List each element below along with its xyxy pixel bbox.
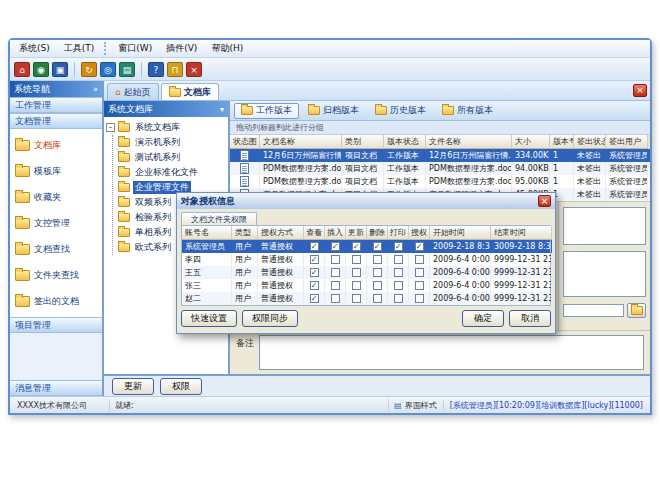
- permission-button[interactable]: 权限: [160, 378, 202, 395]
- checkbox-unchecked[interactable]: [373, 281, 382, 290]
- homepage-icon[interactable]: ◉: [33, 62, 49, 77]
- checkbox-checked[interactable]: ✓: [373, 242, 382, 251]
- style-label[interactable]: 界面样式: [405, 400, 437, 411]
- sidebar-item-文控管理[interactable]: 文控管理: [10, 210, 102, 236]
- checkbox-unchecked[interactable]: [373, 268, 382, 277]
- pin-icon[interactable]: ▾: [220, 105, 224, 114]
- column-header-类别[interactable]: 类别: [342, 135, 384, 149]
- perm-column-header-打印[interactable]: 打印: [388, 226, 409, 240]
- sidebar-group-message[interactable]: 消息管理: [10, 380, 102, 396]
- checkbox-unchecked[interactable]: [352, 255, 361, 264]
- column-header-签出状态[interactable]: 签出状态: [574, 135, 606, 149]
- column-header-文件名称[interactable]: 文件名称: [426, 135, 512, 149]
- checkbox-unchecked[interactable]: [394, 281, 403, 290]
- perm-column-header-查看[interactable]: 查看: [304, 226, 325, 240]
- tree-root-node[interactable]: - 系统文档库: [106, 120, 226, 135]
- permission-row[interactable]: 张三用户普通授权✓2009-6-4 0:00:009999-12-31 23:5…: [182, 279, 550, 292]
- permission-row[interactable]: 系统管理员用户普通授权✓✓✓✓✓✓2009-2-18 8:35:573009-2…: [182, 240, 550, 253]
- perm-column-header-删除[interactable]: 删除: [367, 226, 388, 240]
- version-tab-历史版本[interactable]: 历史版本: [368, 103, 433, 119]
- table-row[interactable]: PDM数据整理方案.doc项目文档工作版本PDM数据整理方案.doc95.00K…: [230, 175, 650, 188]
- checkbox-unchecked[interactable]: [394, 294, 403, 303]
- checkbox-checked[interactable]: ✓: [310, 268, 319, 277]
- perm-column-header-授权方式[interactable]: 授权方式: [258, 226, 304, 240]
- search-icon[interactable]: ◎: [100, 62, 116, 77]
- lock-icon[interactable]: ⊓: [167, 62, 183, 77]
- column-header-版本状态[interactable]: 版本状态: [384, 135, 426, 149]
- browse-folder-button[interactable]: [627, 303, 646, 318]
- checkbox-checked[interactable]: ✓: [310, 255, 319, 264]
- sidebar-group-work[interactable]: 工作管理: [10, 97, 102, 113]
- checkbox-checked[interactable]: ✓: [394, 242, 403, 251]
- checkbox-checked[interactable]: ✓: [352, 242, 361, 251]
- perm-column-header-账号名[interactable]: 账号名: [182, 226, 232, 240]
- sidebar-item-收藏夹[interactable]: 收藏夹: [10, 184, 102, 210]
- tree-node-测试机系列[interactable]: 测试机系列: [118, 150, 226, 165]
- checkbox-unchecked[interactable]: [394, 268, 403, 277]
- menu-item-3[interactable]: 窗口(W): [111, 40, 159, 57]
- version-tab-所有版本[interactable]: 所有版本: [435, 103, 500, 119]
- permission-sync-button[interactable]: 权限同步: [242, 310, 298, 327]
- version-tab-归档版本[interactable]: 归档版本: [301, 103, 366, 119]
- tab-document-library[interactable]: 文档库: [161, 83, 219, 100]
- table-row[interactable]: 12月6日万州隔窗行情项目文档工作版本12月6日万州隔窗行情.xls334.00…: [230, 149, 650, 162]
- permission-row[interactable]: 王五用户普通授权✓2009-6-4 0:00:009999-12-31 23:5…: [182, 266, 550, 279]
- checkbox-checked[interactable]: ✓: [310, 294, 319, 303]
- checkbox-unchecked[interactable]: [415, 255, 424, 264]
- column-header-签出用户[interactable]: 签出用户: [606, 135, 648, 149]
- checkbox-checked[interactable]: ✓: [415, 242, 424, 251]
- menu-item-4[interactable]: 插件(V): [159, 40, 204, 57]
- dialog-title-bar[interactable]: 对象授权信息 ×: [177, 193, 555, 209]
- checkbox-unchecked[interactable]: [415, 294, 424, 303]
- checkbox-checked[interactable]: ✓: [310, 281, 319, 290]
- checkbox-unchecked[interactable]: [352, 294, 361, 303]
- checkbox-unchecked[interactable]: [352, 268, 361, 277]
- column-header-版本号[interactable]: 版本号: [550, 135, 574, 149]
- sidebar-item-签出的文档[interactable]: 签出的文档: [10, 288, 102, 314]
- tree-node-企业标准化文件[interactable]: 企业标准化文件: [118, 165, 226, 180]
- perm-column-header-结束时间[interactable]: 结束时间: [491, 226, 552, 240]
- checkbox-unchecked[interactable]: [373, 255, 382, 264]
- perm-column-header-更新[interactable]: 更新: [346, 226, 367, 240]
- path-input[interactable]: [563, 304, 624, 317]
- checkbox-unchecked[interactable]: [331, 255, 340, 264]
- permission-row[interactable]: 李四用户普通授权✓2009-6-4 0:00:009999-12-31 23:5…: [182, 253, 550, 266]
- close-tab-button[interactable]: ×: [633, 84, 647, 97]
- checkbox-unchecked[interactable]: [415, 281, 424, 290]
- checkbox-unchecked[interactable]: [331, 268, 340, 277]
- tab-start-page[interactable]: ⌂ 起始页: [107, 83, 159, 100]
- update-button[interactable]: 更新: [112, 378, 154, 395]
- dialog-close-button[interactable]: ×: [538, 195, 551, 207]
- checkbox-unchecked[interactable]: [331, 294, 340, 303]
- remark-textarea[interactable]: [259, 335, 644, 370]
- cancel-button[interactable]: 取消: [509, 310, 551, 327]
- menu-item-5[interactable]: 帮助(H): [204, 40, 250, 57]
- sidebar-group-project[interactable]: 项目管理: [10, 317, 102, 333]
- sidebar-item-文档库[interactable]: 文档库: [10, 132, 102, 158]
- system-icon[interactable]: ⌂: [14, 62, 30, 77]
- quick-setup-button[interactable]: 快速设置: [181, 310, 237, 327]
- menu-item-2[interactable]: 工具(T): [57, 40, 102, 57]
- sidebar-item-模板库[interactable]: 模板库: [10, 158, 102, 184]
- column-header-状态图[interactable]: 状态图: [230, 135, 260, 149]
- menu-item-1[interactable]: 系统(S): [12, 40, 57, 57]
- window-manager-icon[interactable]: ▣: [52, 62, 68, 77]
- sidebar-item-文件夹查找[interactable]: 文件夹查找: [10, 262, 102, 288]
- properties-listbox[interactable]: [563, 207, 646, 245]
- column-header-文档名称[interactable]: 文档名称: [260, 135, 342, 149]
- report-icon[interactable]: ▤: [119, 62, 135, 77]
- perm-column-header-插入[interactable]: 插入: [325, 226, 346, 240]
- perm-column-header-授权[interactable]: 授权: [409, 226, 430, 240]
- permission-row[interactable]: 赵二用户普通授权✓2009-6-4 0:00:009999-12-31 23:5…: [182, 292, 550, 305]
- help-icon[interactable]: ?: [148, 62, 164, 77]
- perm-column-header-开始时间[interactable]: 开始时间: [430, 226, 491, 240]
- checkbox-unchecked[interactable]: [415, 268, 424, 277]
- checkbox-checked[interactable]: ✓: [331, 242, 340, 251]
- tree-node-演示机系列[interactable]: 演示机系列: [118, 135, 226, 150]
- checkbox-unchecked[interactable]: [331, 281, 340, 290]
- properties-listbox-2[interactable]: [563, 251, 646, 297]
- chevron-double-icon[interactable]: »: [93, 85, 98, 94]
- table-row[interactable]: PDM数据整理方案.doc项目文档工作版本PDM数据整理方案.doc94.00K…: [230, 162, 650, 175]
- version-tab-工作版本[interactable]: 工作版本: [234, 103, 299, 119]
- refresh-icon[interactable]: ↻: [81, 62, 97, 77]
